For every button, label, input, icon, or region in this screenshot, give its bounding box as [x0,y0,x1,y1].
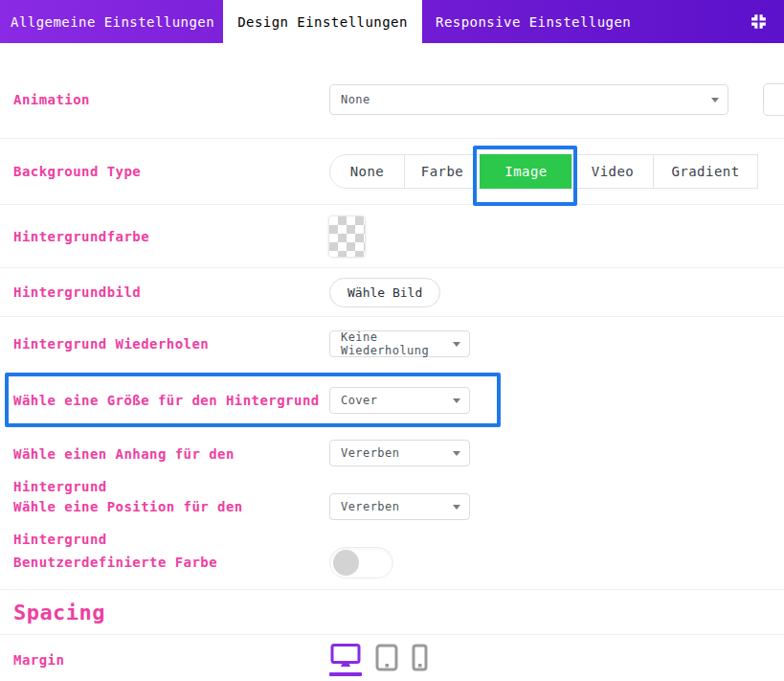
settings-tab-bar: Allgemeine Einstellungen Design Einstell… [0,0,784,43]
caret-down-icon [453,505,460,510]
background-position-select[interactable]: Vererben [329,493,470,520]
caret-down-icon [453,398,460,403]
row-background-position: Wähle eine Position für den Hintergrund … [0,483,784,535]
background-type-button-group: None Farbe Image Video Gradient [329,154,758,189]
row-background-repeat: Hintergrund Wiederholen Keine Wiederholu… [0,317,784,370]
row-background-size: Wähle eine Größe für den Hintergrund Cov… [0,370,784,430]
mobile-icon[interactable] [412,644,428,671]
spacing-section-heading: Spacing [0,590,784,635]
compress-icon[interactable] [749,0,769,43]
toggle-knob [333,550,359,576]
choose-image-button[interactable]: Wähle Bild [329,278,440,307]
background-color-label: Hintergrundfarbe [13,220,329,253]
bg-type-option-farbe[interactable]: Farbe [404,154,481,189]
animation-select-value: None [341,93,370,106]
row-background-attachment: Wähle einen Anhang für den Hintergrund V… [0,430,784,483]
row-animation: Animation None [0,60,784,139]
custom-color-label: Benutzerdefinierte Farbe [13,546,329,579]
color-swatch-transparent[interactable] [329,216,365,257]
caret-down-icon [711,98,719,102]
animation-extra-control[interactable] [763,83,784,116]
row-background-type: Background Type None Farbe Image Video G… [0,139,784,205]
bg-type-option-none[interactable]: None [329,154,405,189]
caret-down-icon [453,451,460,456]
row-custom-color: Benutzerdefinierte Farbe [0,535,784,590]
design-settings-panel: Allgemeine Einstellungen Design Einstell… [0,0,784,681]
background-type-label: Background Type [13,155,329,188]
background-repeat-label: Hintergrund Wiederholen [13,328,329,360]
row-background-image: Hintergrundbild Wähle Bild [0,268,784,317]
tab-allgemeine-einstellungen[interactable]: Allgemeine Einstellungen [0,0,223,43]
background-attachment-select[interactable]: Vererben [329,440,470,466]
device-switcher [329,644,428,676]
background-repeat-value: Keine Wiederholung [341,330,448,357]
bg-type-option-video[interactable]: Video [571,154,654,189]
row-margin: Margin [0,635,784,681]
background-image-label: Hintergrundbild [13,276,329,308]
tab-design-einstellungen[interactable]: Design Einstellungen [223,0,422,43]
background-position-value: Vererben [341,500,399,513]
animation-label: Animation [13,83,329,116]
background-size-label: Wähle eine Größe für den Hintergrund [13,384,329,417]
custom-color-toggle[interactable] [329,547,393,579]
background-repeat-select[interactable]: Keine Wiederholung [329,330,470,357]
bg-type-option-gradient[interactable]: Gradient [653,154,758,189]
background-size-select[interactable]: Cover [329,387,470,414]
background-attachment-value: Vererben [341,446,399,460]
background-size-value: Cover [341,394,377,407]
desktop-icon[interactable] [329,644,362,676]
bg-type-option-image[interactable]: Image [480,154,572,189]
row-background-color: Hintergrundfarbe [0,205,784,268]
tab-responsive-einstellugen[interactable]: Responsive Einstellugen [422,0,631,43]
active-device-indicator [329,672,362,676]
caret-down-icon [453,342,460,347]
margin-label: Margin [13,644,329,676]
tablet-icon[interactable] [375,644,398,671]
animation-select[interactable]: None [329,84,728,115]
tabbar-spacer [631,0,749,43]
settings-form: Animation None Background Type None Farb… [0,43,784,681]
